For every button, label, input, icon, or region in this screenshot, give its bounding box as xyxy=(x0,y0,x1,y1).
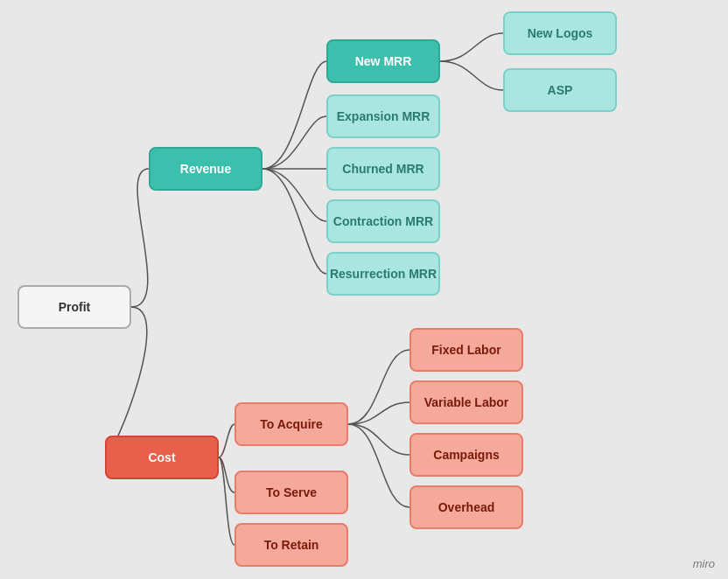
to-serve-label: To Serve xyxy=(266,485,317,499)
new-logos-node[interactable]: New Logos xyxy=(503,11,617,55)
contraction-mrr-node[interactable]: Contraction MRR xyxy=(326,199,440,243)
revenue-node[interactable]: Revenue xyxy=(149,147,262,191)
cost-node[interactable]: Cost xyxy=(105,436,219,479)
contraction-mrr-label: Contraction MRR xyxy=(333,214,433,228)
campaigns-label: Campaigns xyxy=(433,448,499,462)
variable-labor-label: Variable Labor xyxy=(424,395,508,409)
overhead-node[interactable]: Overhead xyxy=(410,485,523,529)
campaigns-node[interactable]: Campaigns xyxy=(410,433,523,477)
to-serve-node[interactable]: To Serve xyxy=(234,471,348,514)
to-retain-label: To Retain xyxy=(264,538,319,552)
to-acquire-label: To Acquire xyxy=(260,417,323,431)
churned-mrr-label: Churned MRR xyxy=(342,162,424,176)
new-mrr-label: New MRR xyxy=(355,54,412,68)
asp-label: ASP xyxy=(548,83,573,97)
resurrection-mrr-node[interactable]: Resurrection MRR xyxy=(326,252,440,296)
fixed-labor-label: Fixed Labor xyxy=(431,343,500,357)
expansion-mrr-node[interactable]: Expansion MRR xyxy=(326,94,440,138)
overhead-label: Overhead xyxy=(438,500,495,514)
cost-label: Cost xyxy=(148,450,175,464)
variable-labor-node[interactable]: Variable Labor xyxy=(410,380,523,424)
churned-mrr-node[interactable]: Churned MRR xyxy=(326,147,440,191)
resurrection-mrr-label: Resurrection MRR xyxy=(330,267,437,281)
new-mrr-node[interactable]: New MRR xyxy=(326,39,440,83)
profit-node[interactable]: Profit xyxy=(18,285,131,329)
to-acquire-node[interactable]: To Acquire xyxy=(234,402,348,446)
fixed-labor-node[interactable]: Fixed Labor xyxy=(410,328,523,372)
profit-label: Profit xyxy=(59,300,91,314)
expansion-mrr-label: Expansion MRR xyxy=(337,109,430,123)
canvas: Profit Revenue New MRR Expansion MRR Chu… xyxy=(0,0,728,579)
revenue-label: Revenue xyxy=(180,162,231,176)
asp-node[interactable]: ASP xyxy=(503,68,617,112)
miro-branding: miro xyxy=(693,557,715,570)
new-logos-label: New Logos xyxy=(528,26,593,40)
to-retain-node[interactable]: To Retain xyxy=(234,523,348,567)
